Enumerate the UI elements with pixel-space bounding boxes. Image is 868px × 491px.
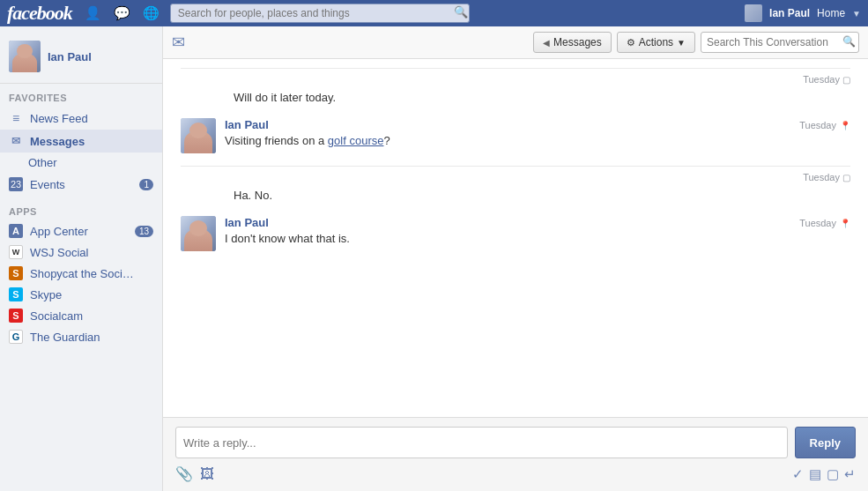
compose-icon: ✉ (172, 33, 185, 52)
app-center-badge: 13 (135, 226, 153, 237)
sidebar-app-skype[interactable]: S Skype (0, 284, 162, 305)
checkmark-icon[interactable]: ✓ (792, 466, 804, 482)
message-text-2: Visiting friends on a golf course? (225, 133, 850, 149)
sidebar-user: Ian Paul (0, 33, 162, 84)
divider-doc-icon-3: ▢ (842, 173, 850, 182)
list-icon[interactable]: ▤ (809, 466, 821, 482)
global-search-wrap: 🔍 (170, 4, 470, 23)
messages-nav-icon: ✉ (9, 134, 23, 148)
global-search-button[interactable]: 🔍 (454, 5, 468, 19)
sidebar-username: Ian Paul (48, 50, 92, 63)
sidebar-app-guardian[interactable]: G The Guardian (0, 326, 162, 347)
message-sender-4: Ian Paul (225, 216, 269, 229)
sidebar-app-shopycat[interactable]: S Shopycat the Social Gift Fi... (0, 263, 162, 284)
conversation-search-button[interactable]: 🔍 (842, 35, 856, 48)
sidebar-app-wsj[interactable]: W WSJ Social (0, 242, 162, 263)
notifications-icon[interactable]: 🌐 (139, 4, 163, 23)
sidebar-item-label: Messages (30, 135, 85, 148)
message-time-2: Tuesday 📍 (799, 120, 850, 130)
socialcam-icon: S (9, 309, 23, 323)
reply-toolbar: 📎 🖼 ✓ ▤ ▢ ↵ (175, 465, 856, 482)
guardian-label: The Guardian (30, 331, 100, 344)
news-feed-icon: ≡ (9, 111, 23, 125)
skype-icon: S (9, 287, 23, 301)
message-header-2: Ian Paul Tuesday 📍 (225, 118, 850, 131)
nav-right: Ian Paul Home ▼ (745, 4, 861, 22)
message-time-4: Tuesday 📍 (799, 218, 850, 228)
home-link[interactable]: Home (817, 7, 845, 19)
message-avatar-2 (181, 118, 216, 153)
sidebar-app-app-center[interactable]: A App Center 13 (0, 220, 162, 242)
attach-icon[interactable]: 📎 (175, 465, 193, 482)
shopycat-icon: S (9, 266, 23, 280)
socialcam-label: Socialcam (30, 309, 83, 323)
sidebar-item-label: Events (30, 178, 65, 191)
reply-input[interactable] (175, 427, 788, 458)
message-text-1: Will do it later today. (234, 91, 336, 104)
message-row-1: Will do it later today. (181, 90, 850, 106)
nav-icons: 👤 💬 🌐 (81, 4, 163, 23)
conversation-search-input[interactable] (701, 32, 859, 53)
messages-arrow-icon: ◀ (543, 38, 550, 48)
wsj-icon: W (9, 245, 23, 259)
message-avatar-4 (181, 216, 216, 251)
top-navigation: facebook 👤 💬 🌐 🔍 Ian Paul Home ▼ (0, 0, 868, 26)
facebook-logo: facebook (7, 2, 72, 25)
sidebar-item-other[interactable]: Other (0, 153, 162, 173)
day-divider-text-3: Tuesday (803, 172, 840, 182)
messages-btn-label: Messages (553, 36, 602, 48)
shopycat-label: Shopycat the Social Gift Fi... (30, 267, 136, 280)
message-row-3: Ha. No. (181, 188, 850, 204)
sidebar-subitem-label: Other (28, 156, 57, 169)
events-badge: 1 (139, 179, 153, 190)
avatar (9, 41, 41, 72)
conversation-search-wrap: 🔍 (701, 32, 859, 53)
day-divider-3: Tuesday ▢ (181, 166, 850, 184)
messages-button[interactable]: ◀ Messages (533, 32, 612, 53)
enter-icon[interactable]: ↵ (844, 466, 856, 482)
friends-icon[interactable]: 👤 (81, 4, 105, 23)
nav-dropdown-arrow[interactable]: ▼ (852, 9, 861, 19)
user-avatar-small (745, 4, 762, 22)
message-text-3: Ha. No. (234, 189, 272, 202)
message-content-4: Ian Paul Tuesday 📍 I don't know what tha… (225, 216, 850, 251)
wsj-label: WSJ Social (30, 246, 88, 259)
app-center-icon: A (9, 224, 23, 238)
day-divider-1: Tuesday ▢ (181, 68, 850, 86)
global-search-input[interactable] (170, 4, 470, 23)
message-content-2: Ian Paul Tuesday 📍 Visiting friends on a… (225, 118, 850, 153)
message-row-4: Ian Paul Tuesday 📍 I don't know what tha… (181, 216, 850, 251)
guardian-icon: G (9, 330, 23, 344)
message-sender-2: Ian Paul (225, 118, 269, 131)
actions-btn-label: Actions (639, 36, 673, 48)
sidebar-item-news-feed[interactable]: ≡ News Feed (0, 107, 162, 130)
messages-icon[interactable]: 💬 (110, 4, 134, 23)
reply-tool-right: ✓ ▤ ▢ ↵ (792, 466, 856, 482)
skype-label: Skype (30, 288, 62, 301)
sidebar-item-messages[interactable]: ✉ Messages (0, 130, 162, 153)
message-row-2: Ian Paul Tuesday 📍 Visiting friends on a… (181, 118, 850, 153)
messages-area: Tuesday ▢ Will do it later today. Ian Pa… (163, 59, 868, 417)
doc2-icon[interactable]: ▢ (827, 466, 839, 482)
sidebar-item-label: News Feed (30, 112, 88, 125)
favorites-label: FAVORITES (0, 89, 162, 107)
golf-link[interactable]: golf course (328, 134, 384, 147)
day-divider-text: Tuesday (803, 74, 840, 85)
sidebar-item-events[interactable]: 23 Events 1 (0, 173, 162, 196)
app-center-label: App Center (30, 225, 88, 238)
actions-button[interactable]: ⚙ Actions ▼ (617, 32, 695, 53)
geo-icon-2: 📍 (840, 121, 850, 130)
message-header-4: Ian Paul Tuesday 📍 (225, 216, 850, 229)
message-toolbar: ✉ ◀ Messages ⚙ Actions ▼ 🔍 (163, 26, 868, 59)
message-text-4: I don't know what that is. (225, 231, 850, 247)
reply-area: Reply 📎 🖼 ✓ ▤ ▢ ↵ (163, 417, 868, 491)
sidebar-app-socialcam[interactable]: S Socialcam (0, 305, 162, 326)
gear-icon: ⚙ (627, 37, 635, 48)
image-icon[interactable]: 🖼 (200, 466, 214, 482)
user-name-nav[interactable]: Ian Paul (769, 7, 810, 19)
reply-button[interactable]: Reply (795, 427, 856, 458)
apps-label: APPS (0, 196, 162, 220)
actions-dropdown-icon: ▼ (677, 38, 686, 48)
main-content: ✉ ◀ Messages ⚙ Actions ▼ 🔍 Tuesday ▢ (163, 26, 868, 491)
divider-doc-icon: ▢ (842, 75, 850, 85)
